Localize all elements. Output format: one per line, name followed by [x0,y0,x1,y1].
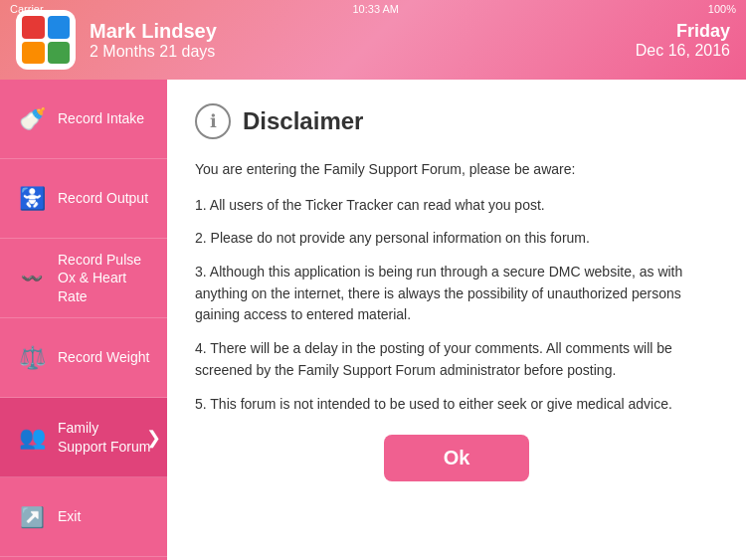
main-layout: 🍼 Record Intake 🚼 Record Output 〰️ Recor… [0,80,746,560]
header-day: Friday [636,21,730,42]
sidebar-label-record-pulse: Record Pulse Ox & Heart Rate [58,251,151,305]
logo-cell-green [48,42,71,65]
disclaimer-item-4: 4. There will be a delay in the posting … [195,338,718,381]
disclaimer-item-2: 2. Please do not provide any personal in… [195,228,718,250]
status-bar: Carrier 10:33 AM 100% [0,0,746,18]
disclaimer-text: You are entering the Family Support Foru… [195,159,718,415]
disclaimer-item-5: 5. This forum is not intended to be used… [195,394,718,416]
app-header: Carrier 10:33 AM 100% Mark Lindsey 2 Mon… [0,0,746,80]
carrier-label: Carrier [10,3,44,15]
sidebar-item-record-pulse[interactable]: 〰️ Record Pulse Ox & Heart Rate [0,239,167,318]
logo-cell-red [22,16,45,39]
battery-label: 100% [708,3,736,15]
sidebar-item-record-intake[interactable]: 🍼 Record Intake [0,80,167,159]
sidebar-item-family-support-forum[interactable]: 👥 Family Support Forum [0,398,167,477]
logo-cell-orange [22,42,45,65]
disclaimer-item-3: 3. Although this application is being ru… [195,262,718,326]
disclaimer-header: ℹ Disclaimer [195,103,718,139]
record-intake-icon: 🍼 [16,103,48,135]
info-icon: ℹ [195,103,231,139]
header-user-name: Mark Lindsey [90,20,636,43]
time-label: 10:33 AM [353,3,399,15]
header-user-info: Mark Lindsey 2 Months 21 days [90,20,636,61]
sidebar-item-exit[interactable]: ↗️ Exit [0,477,167,557]
exit-icon: ↗️ [16,501,48,533]
record-pulse-icon: 〰️ [16,263,48,294]
sidebar-label-record-intake: Record Intake [58,109,144,127]
sidebar-item-record-weight[interactable]: ⚖️ Record Weight [0,318,167,398]
sidebar-label-family-support: Family Support Forum [58,419,151,455]
ok-btn-row: Ok [195,435,718,481]
sidebar-label-record-weight: Record Weight [58,348,149,366]
disclaimer-item-1: 1. All users of the Ticker Tracker can r… [195,195,718,217]
content-area: ℹ Disclaimer You are entering the Family… [167,80,746,560]
sidebar: 🍼 Record Intake 🚼 Record Output 〰️ Recor… [0,80,167,560]
header-user-age: 2 Months 21 days [90,43,636,61]
sidebar-label-exit: Exit [58,507,81,525]
sidebar-item-record-output[interactable]: 🚼 Record Output [0,159,167,239]
app-logo [16,10,76,70]
header-date: Friday Dec 16, 2016 [636,21,730,60]
logo-cell-blue [48,16,71,39]
family-support-icon: 👥 [16,422,48,454]
record-weight-icon: ⚖️ [16,342,48,374]
sidebar-label-record-output: Record Output [58,189,148,207]
disclaimer-intro: You are entering the Family Support Foru… [195,159,718,181]
header-date-full: Dec 16, 2016 [636,42,730,60]
ok-button[interactable]: Ok [384,435,530,481]
disclaimer-title: Disclaimer [243,107,363,135]
record-output-icon: 🚼 [16,183,48,215]
